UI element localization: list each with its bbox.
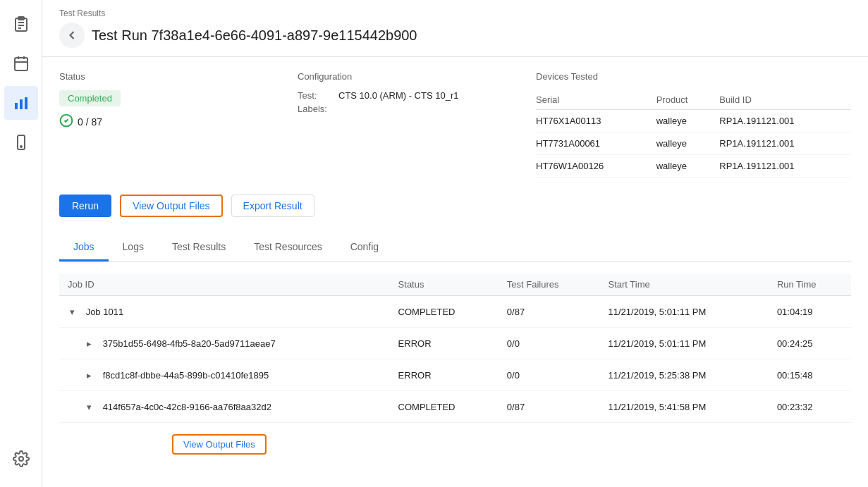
jobs-table: Job ID Status Test Failures Start Time R…	[59, 273, 851, 423]
device-product: walleye	[656, 110, 720, 132]
job-start-time: 11/21/2019, 5:41:58 PM	[600, 391, 769, 423]
check-circle-icon	[59, 113, 73, 130]
svg-rect-9	[15, 103, 18, 109]
back-button[interactable]	[59, 23, 85, 48]
devices-block: Devices Tested Serial Product Build ID H…	[536, 71, 851, 178]
status-label: Status	[59, 71, 269, 82]
job-id: ▸ f8cd1c8f-dbbe-44a5-899b-c01410fe1895	[59, 359, 390, 391]
configuration-block: Configuration Test: CTS 10.0 (ARM) - CTS…	[298, 71, 508, 117]
action-buttons: Rerun View Output Files Export Result	[59, 195, 851, 217]
inline-view-output-button[interactable]: View Output Files	[172, 434, 267, 455]
chevron-icon[interactable]: ▸	[82, 336, 96, 350]
config-labels-row: Labels:	[298, 104, 508, 114]
job-run-time: 00:23:32	[769, 391, 851, 423]
jobs-tbody: ▾ Job 1011 COMPLETED 0/87 11/21/2019, 5:…	[59, 296, 851, 423]
view-output-files-button[interactable]: View Output Files	[120, 195, 222, 217]
device-product: walleye	[656, 155, 720, 178]
col-test-failures: Test Failures	[499, 273, 600, 296]
col-job-id: Job ID	[59, 273, 390, 296]
col-start-time: Start Time	[600, 273, 769, 296]
device-build-id: RP1A.191121.001	[719, 132, 851, 155]
chevron-icon[interactable]: ▸	[82, 368, 96, 382]
svg-rect-5	[15, 58, 27, 70]
config-test-key: Test:	[298, 90, 333, 101]
info-section: Status Completed 0 / 87 Configuration	[59, 71, 851, 178]
config-test-value: CTS 10.0 (ARM) - CTS 10_r1	[338, 90, 459, 101]
job-id: ▸ 375b1d55-6498-4fb5-8a20-5ad9711aeae7	[59, 328, 390, 359]
job-status: COMPLETED	[390, 296, 499, 328]
job-id: ▾ 414f657a-4c0c-42c8-9166-aa76f8aa32d2	[59, 391, 390, 423]
job-start-time: 11/21/2019, 5:01:11 PM	[600, 328, 769, 359]
device-build-id: RP1A.191121.001	[719, 155, 851, 178]
devices-label: Devices Tested	[536, 71, 851, 82]
tabs: JobsLogsTest ResultsTest ResourcesConfig	[59, 234, 851, 262]
job-run-time: 00:24:25	[769, 328, 851, 359]
tab-config[interactable]: Config	[336, 234, 393, 261]
configuration-label: Configuration	[298, 71, 508, 82]
svg-point-14	[19, 457, 23, 461]
pass-count-value: 0 / 87	[78, 116, 102, 128]
tab-logs[interactable]: Logs	[109, 234, 158, 261]
status-badge: Completed	[59, 90, 121, 106]
job-status: ERROR	[390, 328, 499, 359]
sidebar-item-chart[interactable]	[4, 86, 38, 120]
calendar-icon	[13, 55, 30, 72]
sidebar-item-calendar[interactable]	[4, 47, 38, 80]
pass-count: 0 / 87	[59, 113, 269, 130]
chevron-icon[interactable]: ▾	[65, 304, 79, 319]
settings-icon	[13, 450, 30, 467]
config-labels-key: Labels:	[298, 104, 333, 114]
device-serial: HT7731A00061	[536, 132, 656, 155]
sidebar-item-phone[interactable]	[4, 125, 38, 159]
tab-jobs[interactable]: Jobs	[59, 234, 109, 261]
table-row: ▸ f8cd1c8f-dbbe-44a5-899b-c01410fe1895 E…	[59, 359, 851, 391]
devices-table: Serial Product Build ID HT76X1A00113 wal…	[536, 90, 851, 178]
inline-view-output-container: View Output Files	[59, 434, 851, 455]
table-row: HT7731A00061 walleye RP1A.191121.001	[536, 132, 851, 155]
devices-col-serial: Serial	[536, 90, 656, 110]
device-serial: HT76W1A00126	[536, 155, 656, 178]
job-run-time: 00:15:48	[769, 359, 851, 391]
devices-col-build: Build ID	[719, 90, 851, 110]
device-product: walleye	[656, 132, 720, 155]
header: Test Results Test Run 7f38a1e4-6e66-4091…	[42, 0, 868, 57]
table-row: HT76W1A00126 walleye RP1A.191121.001	[536, 155, 851, 178]
status-block: Status Completed 0 / 87	[59, 71, 269, 130]
devices-tbody: HT76X1A00113 walleye RP1A.191121.001 HT7…	[536, 110, 851, 178]
table-row: HT76X1A00113 walleye RP1A.191121.001	[536, 110, 851, 132]
main-content: Test Results Test Run 7f38a1e4-6e66-4091…	[42, 0, 868, 487]
table-row: ▾ 414f657a-4c0c-42c8-9166-aa76f8aa32d2 C…	[59, 391, 851, 423]
svg-rect-11	[25, 97, 27, 109]
job-run-time: 01:04:19	[769, 296, 851, 328]
job-start-time: 11/21/2019, 5:01:11 PM	[600, 296, 769, 328]
export-result-button[interactable]: Export Result	[231, 195, 314, 217]
chart-icon	[13, 94, 30, 111]
devices-col-product: Product	[656, 90, 720, 110]
tab-test-resources[interactable]: Test Resources	[240, 234, 336, 261]
sidebar-item-settings[interactable]	[4, 442, 38, 476]
sidebar-item-clipboard[interactable]	[4, 7, 38, 41]
rerun-button[interactable]: Rerun	[59, 195, 111, 217]
clipboard-icon	[13, 16, 30, 32]
back-arrow-icon	[65, 28, 79, 42]
col-status: Status	[390, 273, 499, 296]
chevron-icon[interactable]: ▾	[82, 400, 96, 414]
tab-test-results[interactable]: Test Results	[158, 234, 240, 261]
device-serial: HT76X1A00113	[536, 110, 656, 132]
config-test-row: Test: CTS 10.0 (ARM) - CTS 10_r1	[298, 90, 508, 101]
table-row: ▾ Job 1011 COMPLETED 0/87 11/21/2019, 5:…	[59, 296, 851, 328]
svg-rect-10	[20, 99, 23, 109]
device-build-id: RP1A.191121.001	[719, 110, 851, 132]
job-failures: 0/0	[499, 328, 600, 359]
breadcrumb: Test Results	[59, 8, 851, 18]
job-failures: 0/87	[499, 296, 600, 328]
content-area: Status Completed 0 / 87 Configuration	[42, 57, 868, 487]
col-run-time: Run Time	[769, 273, 851, 296]
job-failures: 0/0	[499, 359, 600, 391]
job-failures: 0/87	[499, 391, 600, 423]
svg-point-13	[20, 146, 22, 147]
job-start-time: 11/21/2019, 5:25:38 PM	[600, 359, 769, 391]
table-row: ▸ 375b1d55-6498-4fb5-8a20-5ad9711aeae7 E…	[59, 328, 851, 359]
page-title: Test Run 7f38a1e4-6e66-4091-a897-9e11544…	[92, 27, 417, 44]
phone-icon	[13, 134, 30, 151]
